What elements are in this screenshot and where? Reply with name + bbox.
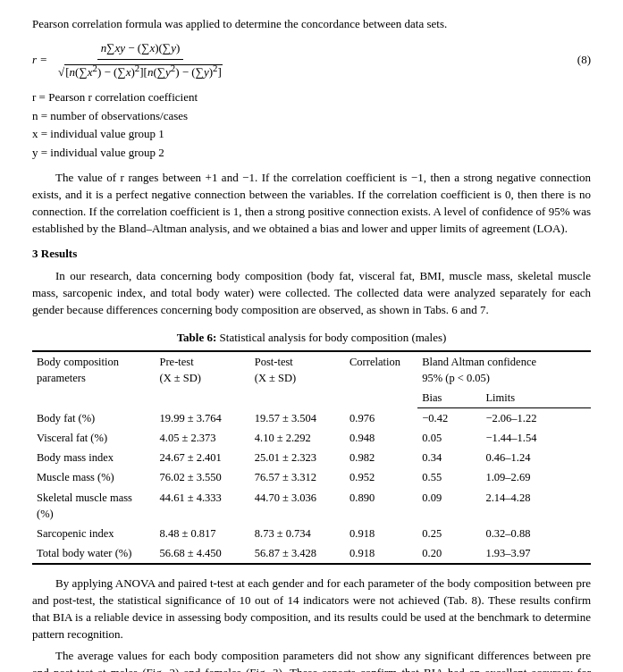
table-6-container: Table 6: Statistical analysis for body c… [32, 330, 591, 565]
cell-corr: 0.948 [345, 428, 417, 448]
paragraph-4: The average values for each body composi… [32, 648, 591, 672]
table-row: Skeletal muscle mass (%) 44.61 ± 4.333 4… [32, 488, 591, 524]
paragraph-1: The value of r ranges between +1 and −1.… [32, 170, 591, 237]
cell-corr: 0.918 [345, 543, 417, 564]
cell-param: Muscle mass (%) [32, 467, 156, 487]
table-body: Body fat (%) 19.99 ± 3.764 19.57 ± 3.504… [32, 408, 591, 565]
cell-corr: 0.976 [345, 408, 417, 429]
cell-pretest: 8.48 ± 0.817 [156, 524, 250, 543]
table-title-rest: Statistical analysis for body compositio… [216, 331, 446, 344]
formula-content: r = n∑xy − (∑x)(∑y) √[n(∑x2) − (∑x)2][n(… [32, 40, 226, 81]
col-header-bland: Bland Altman confidence95% (p < 0.05) [417, 351, 591, 388]
r-label: r = [32, 52, 47, 69]
cell-posttest: 4.10 ± 2.292 [250, 428, 345, 448]
cell-bias: 0.25 [417, 524, 481, 543]
table-row: Visceral fat (%) 4.05 ± 2.373 4.10 ± 2.2… [32, 428, 591, 448]
cell-posttest: 56.87 ± 3.428 [250, 543, 345, 564]
cell-bias: 0.34 [417, 448, 481, 467]
cell-limits: 0.32–0.88 [481, 524, 591, 543]
cell-bias: 0.20 [417, 543, 481, 564]
cell-param: Body fat (%) [32, 408, 156, 429]
cell-param: Total body water (%) [32, 543, 156, 564]
table-header-row: Body compositionparameters Pre-test(X ± … [32, 351, 591, 388]
cell-pretest: 44.61 ± 4.333 [156, 488, 250, 524]
cell-bias: 0.55 [417, 467, 481, 487]
legend-n: n = number of observations/cases [32, 107, 591, 126]
cell-limits: 1.09–2.69 [481, 467, 591, 487]
legend-x: x = individual value group 1 [32, 125, 591, 144]
paragraph-3: By applying ANOVA and paired t-test at e… [32, 575, 591, 643]
legend-r: r = Pearson r correlation coefficient [32, 88, 591, 107]
formula-denominator: √[n(∑x2) − (∑x)2][n(∑y2) − (∑y)2] [55, 60, 226, 81]
formula-fraction: n∑xy − (∑x)(∑y) √[n(∑x2) − (∑x)2][n(∑y2)… [55, 40, 226, 81]
subheader-limits: Limits [481, 388, 591, 408]
formula-row: r = n∑xy − (∑x)(∑y) √[n(∑x2) − (∑x)2][n(… [32, 40, 591, 81]
cell-bias: 0.09 [417, 488, 481, 524]
table-row: Sarcopenic index 8.48 ± 0.817 8.73 ± 0.7… [32, 524, 591, 543]
table-row: Muscle mass (%) 76.02 ± 3.550 76.57 ± 3.… [32, 467, 591, 487]
cell-posttest: 44.70 ± 3.036 [250, 488, 345, 524]
cell-pretest: 19.99 ± 3.764 [156, 408, 250, 429]
cell-limits: −1.44–1.54 [481, 428, 591, 448]
col-header-pretest: Pre-test(X ± SD) [156, 351, 250, 408]
table-row: Body mass index 24.67 ± 2.401 25.01 ± 2.… [32, 448, 591, 467]
cell-posttest: 25.01 ± 2.323 [250, 448, 345, 467]
col-header-corr: Correlation [345, 351, 417, 408]
col-header-posttest: Post-test(X ± SD) [250, 351, 345, 408]
col-header-param: Body compositionparameters [32, 351, 156, 408]
cell-param: Sarcopenic index [32, 524, 156, 543]
cell-limits: 2.14–4.28 [481, 488, 591, 524]
cell-param: Skeletal muscle mass (%) [32, 488, 156, 524]
cell-limits: −2.06–1.22 [481, 408, 591, 429]
cell-pretest: 4.05 ± 2.373 [156, 428, 250, 448]
paragraph-2: In our research, data concerning body co… [32, 268, 591, 319]
cell-corr: 0.982 [345, 448, 417, 467]
cell-posttest: 8.73 ± 0.734 [250, 524, 345, 543]
table-title-bold: Table 6: [177, 331, 217, 344]
cell-limits: 1.93–3.97 [481, 543, 591, 564]
subheader-bias: Bias [417, 388, 481, 408]
section-3-heading: 3 Results [32, 246, 591, 263]
intro-paragraph: Pearson correlation formula was applied … [32, 16, 591, 33]
table-row: Body fat (%) 19.99 ± 3.764 19.57 ± 3.504… [32, 408, 591, 429]
cell-bias: 0.05 [417, 428, 481, 448]
cell-corr: 0.952 [345, 467, 417, 487]
legend-y: y = individual value group 2 [32, 144, 591, 163]
cell-limits: 0.46–1.24 [481, 448, 591, 467]
formula-numerator: n∑xy − (∑x)(∑y) [97, 40, 184, 60]
cell-bias: −0.42 [417, 408, 481, 429]
cell-posttest: 76.57 ± 3.312 [250, 467, 345, 487]
table-row: Total body water (%) 56.68 ± 4.450 56.87… [32, 543, 591, 564]
cell-posttest: 19.57 ± 3.504 [250, 408, 345, 429]
cell-pretest: 56.68 ± 4.450 [156, 543, 250, 564]
cell-corr: 0.890 [345, 488, 417, 524]
cell-corr: 0.918 [345, 524, 417, 543]
cell-param: Visceral fat (%) [32, 428, 156, 448]
table-title: Table 6: Statistical analysis for body c… [32, 330, 591, 347]
formula-legend: r = Pearson r correlation coefficient n … [32, 88, 591, 163]
cell-param: Body mass index [32, 448, 156, 467]
table-6: Body compositionparameters Pre-test(X ± … [32, 350, 591, 565]
equation-number: (8) [577, 52, 591, 69]
cell-pretest: 76.02 ± 3.550 [156, 467, 250, 487]
cell-pretest: 24.67 ± 2.401 [156, 448, 250, 467]
